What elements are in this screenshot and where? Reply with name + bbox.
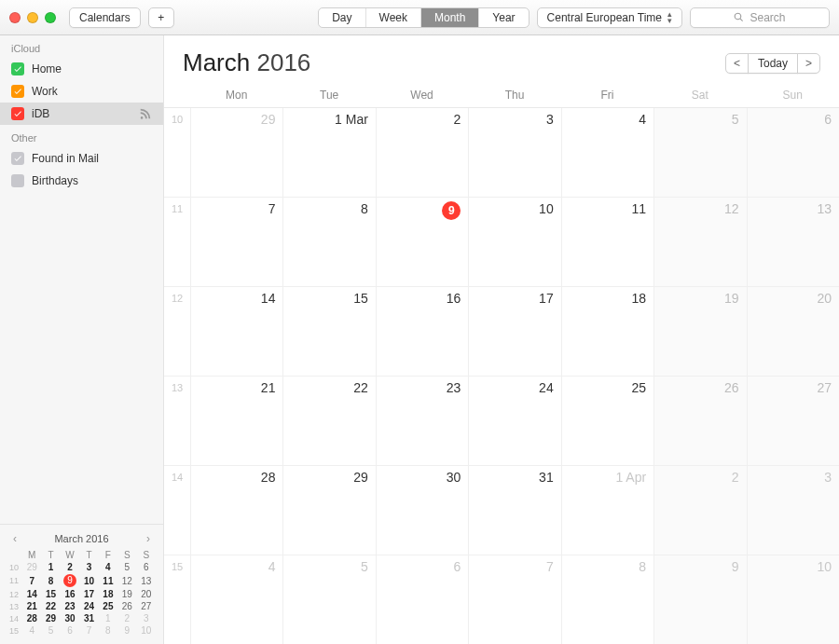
- mini-day-cell[interactable]: 7: [22, 573, 41, 588]
- next-month-button[interactable]: >: [797, 53, 820, 74]
- mini-day-cell[interactable]: 20: [137, 588, 156, 600]
- mini-day-cell[interactable]: 28: [22, 612, 41, 624]
- mini-day-cell[interactable]: 10: [79, 573, 98, 588]
- timezone-popup-button[interactable]: Central European Time ▴▾: [537, 7, 682, 28]
- mini-day-cell[interactable]: 3: [137, 612, 156, 624]
- mini-day-cell[interactable]: 14: [22, 588, 41, 600]
- today-button[interactable]: Today: [748, 53, 798, 74]
- day-cell[interactable]: 3: [468, 108, 560, 197]
- calendar-checkbox[interactable]: [11, 107, 24, 120]
- mini-day-cell[interactable]: 24: [79, 600, 98, 612]
- day-cell[interactable]: 20: [747, 287, 839, 376]
- mini-day-cell[interactable]: 31: [79, 612, 98, 624]
- mini-day-cell[interactable]: 6: [137, 561, 156, 573]
- day-cell[interactable]: 26: [653, 377, 746, 465]
- mini-day-cell[interactable]: 2: [61, 561, 79, 573]
- mini-day-cell[interactable]: 7: [79, 624, 98, 637]
- day-cell[interactable]: 16: [376, 287, 468, 376]
- day-cell[interactable]: 7: [190, 198, 282, 286]
- day-cell[interactable]: 10: [747, 555, 839, 644]
- view-week-button[interactable]: Week: [366, 8, 421, 27]
- mini-day-cell[interactable]: 16: [61, 588, 79, 600]
- view-day-button[interactable]: Day: [319, 8, 365, 27]
- mini-day-cell[interactable]: 27: [137, 600, 156, 612]
- minimize-window-button[interactable]: [27, 12, 38, 23]
- day-cell[interactable]: 15: [282, 287, 375, 376]
- prev-month-button[interactable]: <: [725, 53, 749, 74]
- day-cell[interactable]: 24: [468, 377, 560, 465]
- day-cell[interactable]: 28: [190, 466, 282, 555]
- day-cell[interactable]: 1 Apr: [561, 466, 653, 555]
- mini-day-cell[interactable]: 8: [99, 624, 117, 637]
- search-field[interactable]: Search: [690, 7, 830, 28]
- day-cell[interactable]: 30: [376, 466, 468, 555]
- day-cell[interactable]: 5: [653, 108, 746, 197]
- day-cell[interactable]: 29: [190, 108, 282, 197]
- month-grid[interactable]: 10291 Mar2345611789101112131214151617181…: [164, 108, 839, 644]
- mini-day-cell[interactable]: 25: [99, 600, 117, 612]
- view-year-button[interactable]: Year: [479, 8, 528, 27]
- mini-day-cell[interactable]: 6: [61, 624, 79, 637]
- mini-day-cell[interactable]: 5: [41, 624, 60, 637]
- day-cell[interactable]: 29: [282, 466, 375, 555]
- day-cell[interactable]: 22: [282, 377, 375, 465]
- day-cell[interactable]: 4: [190, 555, 282, 644]
- mini-next-button[interactable]: ›: [143, 532, 154, 545]
- day-cell[interactable]: 1 Mar: [282, 108, 375, 197]
- day-cell[interactable]: 10: [468, 198, 560, 286]
- calendar-list-item[interactable]: Home: [0, 58, 163, 80]
- calendar-list-item[interactable]: Work: [0, 80, 163, 103]
- mini-day-cell[interactable]: 13: [137, 573, 156, 588]
- close-window-button[interactable]: [9, 12, 21, 23]
- day-cell[interactable]: 23: [376, 377, 468, 465]
- mini-day-cell[interactable]: 22: [41, 600, 60, 612]
- mini-day-cell[interactable]: 5: [117, 561, 136, 573]
- calendar-checkbox[interactable]: [11, 62, 24, 75]
- day-cell[interactable]: 11: [561, 198, 653, 286]
- day-cell[interactable]: 8: [282, 198, 375, 286]
- mini-day-cell[interactable]: 11: [99, 573, 117, 588]
- mini-day-cell[interactable]: 23: [61, 600, 79, 612]
- calendar-list-item[interactable]: iDB: [0, 103, 163, 125]
- day-cell[interactable]: 5: [282, 555, 375, 644]
- mini-day-cell[interactable]: 29: [22, 561, 41, 573]
- mini-day-cell[interactable]: 18: [99, 588, 117, 600]
- day-cell[interactable]: 14: [190, 287, 282, 376]
- day-cell[interactable]: 13: [747, 198, 839, 286]
- day-cell[interactable]: 12: [653, 198, 746, 286]
- calendar-checkbox[interactable]: [11, 85, 24, 98]
- mini-day-cell[interactable]: 9: [61, 573, 79, 588]
- calendar-list-item[interactable]: Birthdays: [0, 170, 163, 192]
- mini-day-cell[interactable]: 30: [61, 612, 79, 624]
- mini-day-cell[interactable]: 21: [22, 600, 41, 612]
- day-cell[interactable]: 4: [561, 108, 653, 197]
- calendar-checkbox[interactable]: [11, 174, 24, 187]
- calendar-checkbox[interactable]: [11, 152, 24, 165]
- mini-day-cell[interactable]: 3: [79, 561, 98, 573]
- day-cell[interactable]: 17: [468, 287, 560, 376]
- mini-prev-button[interactable]: ‹: [9, 532, 21, 545]
- day-cell[interactable]: 6: [747, 108, 839, 197]
- mini-day-cell[interactable]: 4: [99, 561, 117, 573]
- day-cell[interactable]: 31: [468, 466, 560, 555]
- view-month-button[interactable]: Month: [421, 8, 479, 27]
- mini-day-cell[interactable]: 4: [22, 624, 41, 637]
- mini-day-cell[interactable]: 8: [41, 573, 60, 588]
- day-cell[interactable]: 7: [468, 555, 560, 644]
- calendar-list-item[interactable]: Found in Mail: [0, 147, 163, 170]
- day-cell[interactable]: 19: [653, 287, 746, 376]
- day-cell[interactable]: 21: [190, 377, 282, 465]
- day-cell[interactable]: 6: [376, 555, 468, 644]
- day-cell[interactable]: 9: [653, 555, 746, 644]
- fullscreen-window-button[interactable]: [45, 12, 56, 23]
- mini-day-cell[interactable]: 12: [117, 573, 136, 588]
- mini-day-cell[interactable]: 1: [99, 612, 117, 624]
- mini-day-cell[interactable]: 29: [41, 612, 60, 624]
- mini-day-cell[interactable]: 10: [137, 624, 156, 637]
- day-cell[interactable]: 18: [561, 287, 653, 376]
- mini-day-cell[interactable]: 15: [41, 588, 60, 600]
- day-cell[interactable]: 9: [376, 198, 468, 286]
- day-cell[interactable]: 3: [747, 466, 839, 555]
- mini-day-cell[interactable]: 2: [117, 612, 136, 624]
- mini-day-cell[interactable]: 1: [41, 561, 60, 573]
